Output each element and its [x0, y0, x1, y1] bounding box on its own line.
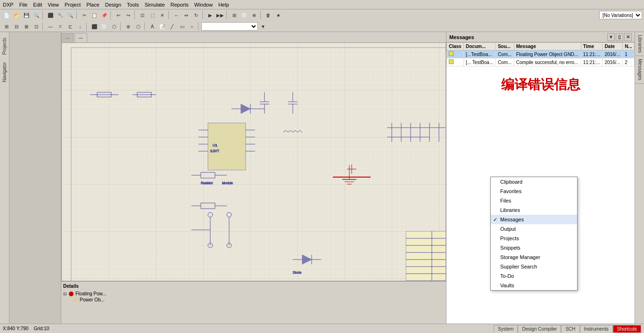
schematic-canvas[interactable]: U1 3.3VT — [61, 42, 446, 281]
tb2-btn4[interactable]: ⊡ — [32, 22, 41, 31]
col-class: Class — [447, 43, 464, 50]
tb2-netinsp[interactable]: ⬡ — [133, 22, 143, 31]
tb-delete[interactable]: ✕ — [157, 10, 167, 20]
menu-place[interactable]: Place — [83, 1, 102, 8]
ctx-item-snippets[interactable]: Snippets — [491, 243, 577, 252]
tb2-place-comp[interactable]: ⬛ — [90, 22, 99, 31]
row2-src: Com... — [495, 58, 514, 66]
tb2-ellipse[interactable]: ○ — [187, 22, 197, 31]
menu-design[interactable]: Design — [102, 1, 124, 8]
tb-desel[interactable]: ⬚ — [148, 10, 157, 20]
tb-redo[interactable]: ↪ — [124, 10, 133, 20]
status-tab-system[interactable]: System — [494, 325, 518, 333]
tb-cut[interactable]: ✂ — [80, 10, 89, 20]
menu-window[interactable]: Window — [191, 1, 215, 8]
menu-dxp[interactable]: DXP — [0, 1, 17, 8]
table-row[interactable]: [... TestBoa... Com... Compile successfu… — [447, 58, 635, 66]
tb-save[interactable]: 💾 — [22, 10, 31, 20]
panel-restore-btn[interactable]: ▯ — [616, 33, 623, 41]
tb2-bus[interactable]: = — [56, 22, 65, 31]
tb2-netport[interactable]: ⊏ — [66, 22, 75, 31]
chinese-annotation: 编译错误信息 — [446, 66, 635, 103]
panel-controls: ▼ ▯ ✕ — [607, 33, 632, 41]
ctx-snippets-label: Snippets — [500, 245, 520, 251]
menu-tools[interactable]: Tools — [124, 1, 142, 8]
filter-dropdown[interactable] — [201, 22, 258, 31]
menu-file[interactable]: File — [17, 1, 31, 8]
tb2-btn2[interactable]: ⊟ — [12, 22, 21, 31]
ctx-item-files[interactable]: Files — [491, 196, 577, 205]
tb-compile[interactable]: ▶ — [206, 10, 215, 20]
menu-simulate[interactable]: Simulate — [142, 1, 168, 8]
tb-undo[interactable]: ↩ — [114, 10, 123, 20]
tb-new[interactable]: 📄 — [2, 10, 11, 20]
ctx-item-libraries[interactable]: Libraries — [491, 205, 577, 215]
sidebar-projects-tab[interactable]: Projects — [1, 34, 8, 58]
ctx-item-favorites[interactable]: Favorites — [491, 187, 577, 196]
right-tab-libraries[interactable]: Libraries — [635, 32, 644, 56]
row1-doc: [...TestBoa... — [464, 50, 496, 58]
ctx-item-vaults[interactable]: Vaults — [491, 281, 577, 290]
tb-netlist[interactable]: ⊞ — [230, 10, 239, 20]
tb2-power[interactable]: ↓ — [75, 22, 85, 31]
menu-project[interactable]: Project — [62, 1, 83, 8]
sep11 — [120, 22, 122, 31]
tb2-note[interactable]: 📝 — [157, 22, 167, 31]
tb-cross-probe[interactable]: ⊕ — [249, 10, 259, 20]
ctx-item-todo[interactable]: To-Do — [491, 271, 577, 281]
table-row[interactable]: [...TestBoa... Com... Floating Power Obj… — [447, 50, 635, 58]
tb-highlight[interactable]: ★ — [273, 10, 283, 20]
tb2-text[interactable]: A — [148, 22, 157, 31]
tb-open[interactable]: 📂 — [12, 10, 21, 20]
messages-title: Messages — [449, 34, 474, 40]
tb2-wire[interactable]: — — [46, 22, 55, 31]
tb-move[interactable]: ↔ — [172, 10, 181, 20]
sidebar-navigator-tab[interactable]: Navigator — [1, 58, 8, 86]
editor-tab-2[interactable]: ... — [74, 33, 87, 42]
row1-class — [447, 50, 464, 58]
svg-rect-2 — [62, 43, 446, 281]
tb-copy[interactable]: 📋 — [90, 10, 99, 20]
tb2-harness[interactable]: ⬡ — [109, 22, 119, 31]
tb-print-preview[interactable]: 🔍 — [32, 10, 41, 20]
tb-run[interactable]: ▶▶ — [215, 10, 225, 20]
tb-eraser[interactable]: 🗑 — [264, 10, 273, 20]
tb-zoom[interactable]: 🔍 — [66, 10, 75, 20]
tb2-no-erc[interactable]: ⊗ — [124, 22, 133, 31]
menu-help[interactable]: Help — [215, 1, 232, 8]
tb2-place-sheet[interactable]: ⬜ — [99, 22, 109, 31]
tb2-rect[interactable]: ▭ — [177, 22, 187, 31]
ctx-item-projects[interactable]: Projects — [491, 234, 577, 243]
status-tab-shortcuts[interactable]: Shortcuts — [613, 325, 641, 333]
menu-edit[interactable]: Edit — [30, 1, 45, 8]
variations-dropdown[interactable]: [No Variations] — [599, 11, 642, 19]
tb-place-wire[interactable]: 🔧 — [56, 10, 65, 20]
ctx-item-messages[interactable]: ✓ Messages — [491, 215, 577, 224]
tb-drag[interactable]: ⇔ — [182, 10, 191, 20]
tb-sel-all[interactable]: ⊡ — [138, 10, 147, 20]
row1-src: Com... — [495, 50, 514, 58]
menu-reports[interactable]: Reports — [168, 1, 192, 8]
tb-rotate[interactable]: ↻ — [191, 10, 201, 20]
ctx-item-supplier[interactable]: Supplier Search — [491, 262, 577, 271]
panel-minimize-btn[interactable]: ▼ — [607, 33, 615, 41]
tb2-line[interactable]: ╱ — [167, 22, 177, 31]
ctx-item-storage[interactable]: Storage Manager — [491, 252, 577, 262]
status-tab-design-compiler[interactable]: Design Compiler — [518, 325, 561, 333]
tb-pcb[interactable]: ⬜ — [239, 10, 249, 20]
tb2-btn3[interactable]: ⊠ — [22, 22, 31, 31]
panel-close-btn[interactable]: ✕ — [624, 33, 632, 41]
editor-tab-1[interactable]: ... — [61, 33, 74, 42]
col-document: Docum... — [464, 43, 496, 50]
tb-place-comp[interactable]: ⬛ — [46, 10, 55, 20]
status-tab-sch[interactable]: SCH — [561, 325, 579, 333]
menu-view[interactable]: View — [45, 1, 62, 8]
ctx-item-clipboard[interactable]: Clipboard — [491, 177, 577, 187]
status-tab-instruments[interactable]: Instruments — [580, 325, 613, 333]
right-tab-messages[interactable]: Messages — [635, 56, 644, 84]
row1-num: 1 — [623, 50, 635, 58]
tb2-filter[interactable]: ▼ — [258, 22, 268, 31]
tb2-btn1[interactable]: ⊞ — [2, 22, 11, 31]
ctx-item-output[interactable]: Output — [491, 224, 577, 234]
tb-paste[interactable]: 📌 — [99, 10, 109, 20]
